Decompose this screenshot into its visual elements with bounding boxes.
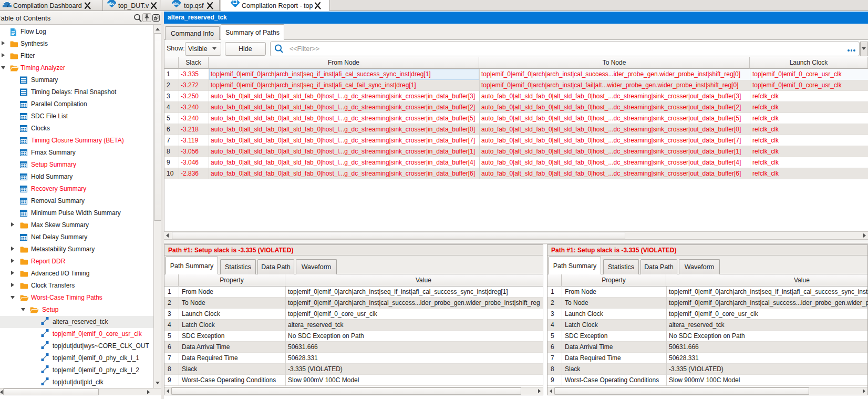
svg-text:abc: abc — [173, 2, 179, 5]
svg-text:abc: abc — [108, 2, 115, 5]
